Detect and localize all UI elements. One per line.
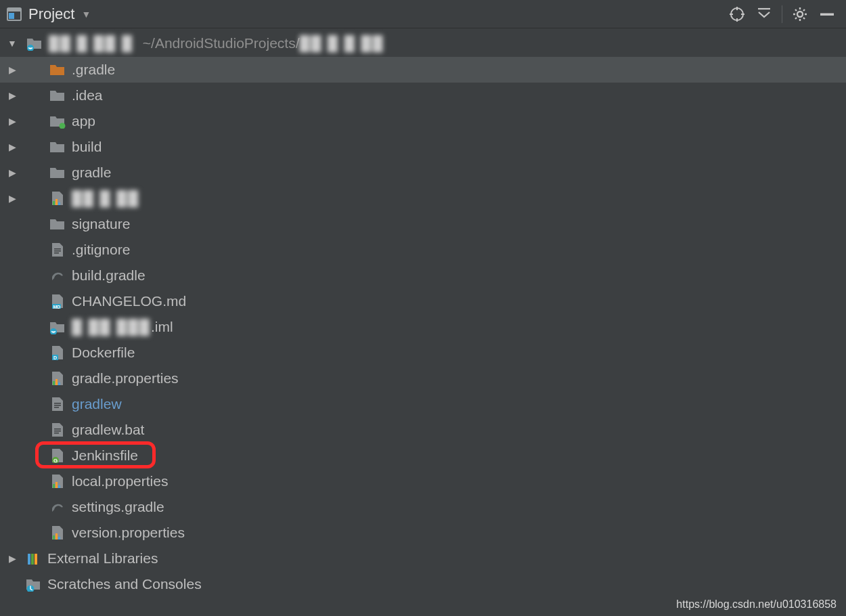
collapse-all-icon[interactable] — [751, 1, 778, 28]
external-libraries[interactable]: ▶ External Libraries — [0, 546, 846, 571]
tree-item[interactable]: ▶gradle — [0, 160, 846, 185]
tree-item[interactable]: ▶build — [0, 134, 846, 160]
tree-item[interactable]: ▶gradle.properties — [0, 366, 846, 391]
expand-arrow-icon[interactable]: ▶ — [4, 116, 20, 127]
expand-arrow-icon[interactable]: ▶ — [4, 167, 20, 178]
tree-item-label: Dockerfile — [72, 345, 135, 361]
tree-item-label: .gitignore — [72, 242, 130, 258]
scratches-and-consoles[interactable]: ▶ Scratches and Consoles — [0, 571, 846, 597]
folder-gray-icon — [49, 165, 66, 180]
tree-item[interactable]: ▶version.properties — [0, 520, 846, 546]
external-libraries-label: External Libraries — [47, 550, 158, 567]
tree-item-label: local.properties — [72, 473, 168, 489]
tree-item[interactable]: ▶.gradle — [0, 57, 846, 83]
libraries-icon — [24, 551, 42, 566]
expand-arrow-icon[interactable]: ▶ — [4, 141, 20, 152]
chart-icon — [49, 525, 66, 540]
tree-item-label: gradle.properties — [72, 370, 179, 387]
text-file-icon — [49, 422, 66, 437]
tree-item[interactable]: ▶Dockerfile — [0, 340, 846, 366]
folder-gray-icon — [49, 139, 66, 154]
tree-item-label: app — [72, 113, 95, 129]
tree-item-label: gradle — [72, 164, 111, 181]
scratches-label: Scratches and Consoles — [47, 576, 202, 592]
chart-icon — [49, 474, 66, 489]
tree-root[interactable]: ▼ ██ █ ██ █ ~/AndroidStudioProjects/██ █… — [0, 30, 846, 57]
folder-module-icon — [49, 114, 66, 129]
chart-icon — [49, 371, 66, 386]
dropdown-arrow-icon[interactable]: ▼ — [81, 9, 91, 20]
tree-item-label: gradlew — [72, 396, 122, 412]
docker-icon — [49, 345, 66, 360]
project-tree[interactable]: ▼ ██ █ ██ █ ~/AndroidStudioProjects/██ █… — [0, 28, 846, 597]
chart-icon — [49, 191, 66, 206]
gradle-icon — [49, 268, 66, 283]
expand-arrow-icon[interactable]: ▶ — [4, 193, 20, 204]
tree-item[interactable]: ▶local.properties — [0, 468, 846, 494]
tree-item[interactable]: ▶settings.gradle — [0, 494, 846, 520]
tree-item[interactable]: ▶gradlew — [0, 391, 846, 417]
tree-item-label: Jenkinsfile — [72, 447, 138, 464]
gradle-icon — [49, 500, 66, 514]
folder-orange-icon — [49, 62, 66, 77]
groovy-icon — [49, 448, 66, 463]
expand-arrow-icon[interactable]: ▶ — [4, 64, 20, 75]
tree-item-label: signature — [72, 216, 130, 232]
root-path: ~/AndroidStudioProjects/██ █ █ ██ — [143, 35, 384, 51]
window-icon — [7, 7, 22, 21]
md-icon — [49, 294, 66, 309]
panel-toolbar: Project ▼ — [0, 0, 846, 28]
root-name-redacted: ██ █ ██ █ — [49, 35, 133, 51]
module-icon — [49, 320, 66, 334]
tree-item-label: build.gradle — [72, 267, 146, 284]
module-folder-icon — [26, 36, 43, 51]
tree-item[interactable]: ▶.idea — [0, 83, 846, 108]
expand-arrow-icon[interactable]: ▶ — [4, 90, 20, 101]
toolbar-separator — [782, 5, 782, 23]
tree-item-label: .idea — [72, 87, 103, 104]
folder-gray-icon — [49, 88, 66, 103]
expand-arrow-icon[interactable]: ▶ — [4, 553, 20, 564]
watermark: https://blog.csdn.net/u010316858 — [676, 598, 837, 611]
gear-icon[interactable] — [786, 1, 814, 28]
tree-item[interactable]: ▶app — [0, 108, 846, 134]
panel-title: Project — [28, 5, 74, 23]
tree-item-label: .iml — [151, 319, 173, 335]
target-icon[interactable] — [723, 1, 751, 28]
redacted-text: ██ █ ██ — [72, 190, 139, 206]
tree-item[interactable]: ▶██ █ ██ — [0, 185, 846, 211]
tree-item[interactable]: ▶█ ██ ███.iml — [0, 314, 846, 340]
tree-item[interactable]: ▶CHANGELOG.md — [0, 288, 846, 314]
tree-item-label: settings.gradle — [72, 499, 164, 515]
tree-item-label: version.properties — [72, 525, 185, 541]
tree-item-label: gradlew.bat — [72, 422, 144, 438]
tree-item[interactable]: ▶build.gradle — [0, 263, 846, 288]
tree-item[interactable]: ▶Jenkinsfile — [0, 443, 846, 468]
tree-item-label: CHANGELOG.md — [72, 293, 186, 309]
redacted-text: █ ██ ███ — [72, 319, 151, 335]
tree-item[interactable]: ▶gradlew.bat — [0, 417, 846, 443]
folder-gray-icon — [49, 217, 66, 232]
tree-item-label: build — [72, 139, 102, 155]
text-file-icon — [49, 242, 66, 257]
text-file-icon — [49, 397, 66, 412]
tree-item-label: .gradle — [72, 62, 115, 78]
tree-item[interactable]: ▶.gitignore — [0, 237, 846, 263]
scratches-icon — [24, 577, 42, 592]
hide-icon[interactable] — [814, 1, 841, 28]
expand-arrow-icon[interactable]: ▼ — [4, 38, 20, 49]
tree-item[interactable]: ▶signature — [0, 211, 846, 237]
